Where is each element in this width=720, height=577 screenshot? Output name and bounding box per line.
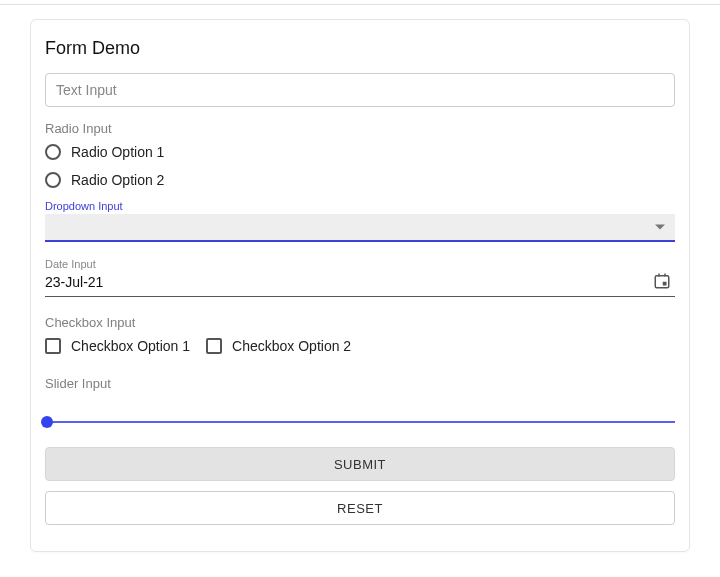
slider-group: Slider Input bbox=[45, 376, 675, 423]
svg-rect-3 bbox=[663, 282, 667, 286]
checkbox-row: Checkbox Option 1 Checkbox Option 2 bbox=[45, 338, 675, 354]
checkbox-icon bbox=[206, 338, 222, 354]
dropdown-group: Dropdown Input bbox=[45, 200, 675, 242]
calendar-icon bbox=[653, 272, 671, 290]
slider-thumb[interactable] bbox=[41, 416, 53, 428]
date-group: Date Input 23-Jul-21 bbox=[45, 258, 675, 297]
reset-button-label: RESET bbox=[337, 501, 383, 516]
checkbox-icon bbox=[45, 338, 61, 354]
svg-rect-0 bbox=[655, 276, 669, 288]
checkbox-option-2[interactable]: Checkbox Option 2 bbox=[206, 338, 351, 354]
form-title: Form Demo bbox=[45, 38, 675, 59]
dropdown-label: Dropdown Input bbox=[45, 200, 675, 212]
dropdown-input[interactable] bbox=[45, 214, 675, 242]
top-divider bbox=[0, 4, 720, 5]
date-label: Date Input bbox=[45, 258, 675, 270]
checkbox-group: Checkbox Input Checkbox Option 1 Checkbo… bbox=[45, 315, 675, 354]
radio-option-label: Radio Option 1 bbox=[71, 144, 164, 160]
radio-option-2[interactable]: Radio Option 2 bbox=[45, 172, 675, 188]
radio-option-1[interactable]: Radio Option 1 bbox=[45, 144, 675, 160]
checkbox-group-label: Checkbox Input bbox=[45, 315, 675, 330]
checkbox-option-1[interactable]: Checkbox Option 1 bbox=[45, 338, 190, 354]
form-card: Form Demo Radio Input Radio Option 1 Rad… bbox=[30, 19, 690, 552]
radio-icon bbox=[45, 172, 61, 188]
radio-option-label: Radio Option 2 bbox=[71, 172, 164, 188]
svg-rect-2 bbox=[664, 274, 666, 277]
chevron-down-icon bbox=[655, 225, 665, 230]
svg-rect-1 bbox=[658, 274, 660, 277]
date-value: 23-Jul-21 bbox=[45, 274, 103, 290]
radio-group-label: Radio Input bbox=[45, 121, 675, 136]
radio-icon bbox=[45, 144, 61, 160]
checkbox-option-label: Checkbox Option 2 bbox=[232, 338, 351, 354]
text-input[interactable] bbox=[45, 73, 675, 107]
checkbox-option-label: Checkbox Option 1 bbox=[71, 338, 190, 354]
slider-input[interactable] bbox=[45, 421, 675, 423]
slider-label: Slider Input bbox=[45, 376, 675, 391]
submit-button[interactable]: SUBMIT bbox=[45, 447, 675, 481]
submit-button-label: SUBMIT bbox=[334, 457, 386, 472]
date-input[interactable]: 23-Jul-21 bbox=[45, 274, 675, 297]
reset-button[interactable]: RESET bbox=[45, 491, 675, 525]
